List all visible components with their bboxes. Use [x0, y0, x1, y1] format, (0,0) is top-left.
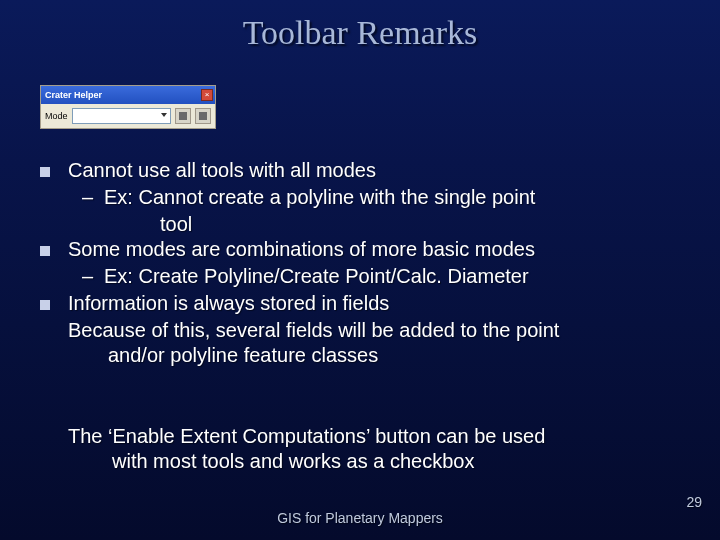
mode-dropdown — [72, 108, 171, 124]
tool-icon — [195, 108, 211, 124]
note-continuation: with most tools and works as a checkbox — [68, 449, 690, 474]
toolbar-screenshot: Crater Helper × Mode — [40, 85, 216, 129]
toolbar-window-title: Crater Helper — [45, 90, 102, 100]
sub-bullet-continuation: tool — [40, 212, 690, 237]
sub-bullet-text: Ex: Create Polyline/Create Point/Calc. D… — [104, 264, 529, 289]
page-number: 29 — [686, 494, 702, 510]
slide-title: Toolbar Remarks — [0, 14, 720, 52]
toolbar-mode-label: Mode — [45, 111, 68, 121]
bullet-item: Some modes are combinations of more basi… — [40, 237, 690, 262]
dash-icon: – — [82, 264, 104, 289]
bullet-text: Information is always stored in fields — [68, 291, 389, 316]
sub-bullet-text: Ex: Cannot create a polyline with the si… — [104, 185, 535, 210]
footer-text: GIS for Planetary Mappers — [0, 510, 720, 526]
bullet-body-text: Because of this, several fields will be … — [40, 318, 690, 343]
bullet-body-continuation: and/or polyline feature classes — [40, 343, 690, 368]
content-block: Cannot use all tools with all modes – Ex… — [40, 158, 690, 368]
note-block: The ‘Enable Extent Computations’ button … — [68, 424, 690, 474]
toolbar-titlebar: Crater Helper × — [41, 86, 215, 104]
square-bullet-icon — [40, 158, 68, 183]
note-text: The ‘Enable Extent Computations’ button … — [68, 424, 690, 449]
toolbar-body: Mode — [41, 104, 215, 128]
bullet-text: Some modes are combinations of more basi… — [68, 237, 535, 262]
square-bullet-icon — [40, 237, 68, 262]
square-bullet-icon — [40, 291, 68, 316]
slide: Toolbar Remarks Crater Helper × Mode Can… — [0, 0, 720, 540]
dash-icon: – — [82, 185, 104, 210]
bullet-text: Cannot use all tools with all modes — [68, 158, 376, 183]
sub-bullet-item: – Ex: Create Polyline/Create Point/Calc.… — [40, 264, 690, 289]
sub-bullet-item: – Ex: Cannot create a polyline with the … — [40, 185, 690, 210]
bullet-item: Information is always stored in fields — [40, 291, 690, 316]
bullet-item: Cannot use all tools with all modes — [40, 158, 690, 183]
tool-icon — [175, 108, 191, 124]
close-icon: × — [201, 89, 213, 101]
